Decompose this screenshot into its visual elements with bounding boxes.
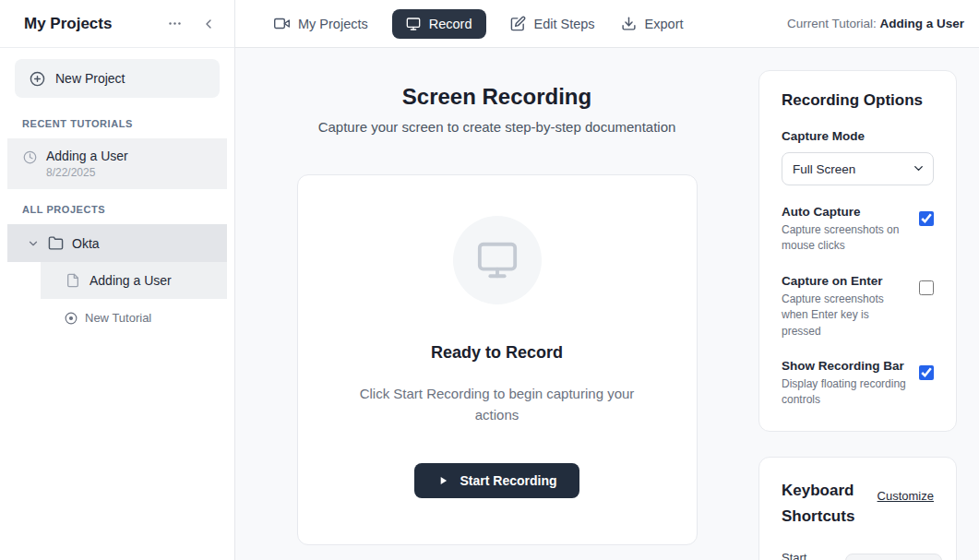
circle-dot-icon (65, 312, 78, 325)
project-folder-okta[interactable]: Okta (7, 224, 227, 262)
new-project-button[interactable]: New Project (15, 59, 220, 98)
capture-on-enter-label: Capture on Enter (782, 274, 909, 288)
keyboard-shortcuts-header: Keyboard Shortcuts Customize (782, 478, 934, 530)
recent-tutorial-item[interactable]: Adding a User 8/22/2025 (7, 138, 227, 189)
tab-my-projects[interactable]: My Projects (272, 8, 370, 39)
recording-options-title: Recording Options (782, 91, 934, 110)
capture-mode-select-wrap: Full Screen (782, 152, 934, 185)
sidebar-header: My Projects (0, 0, 234, 48)
shortcut-keys-badge: Ctrl+Shift+U (845, 554, 941, 560)
capture-mode-label: Capture Mode (782, 129, 934, 143)
tab-export[interactable]: Export (619, 8, 686, 39)
customize-link[interactable]: Customize (878, 489, 934, 503)
workspace: Screen Recording Capture your screen to … (235, 48, 979, 560)
keyboard-shortcuts-card: Keyboard Shortcuts Customize Start Recor… (758, 457, 957, 560)
edit-pencil-icon (510, 16, 526, 31)
toggle-auto-capture: Auto Capture Capture screenshots on mous… (782, 205, 934, 255)
tab-record-label: Record (429, 17, 472, 31)
capture-on-enter-checkbox[interactable] (919, 280, 934, 295)
sidebar-header-actions (165, 14, 218, 33)
document-icon (66, 273, 80, 288)
clock-icon (23, 150, 37, 164)
video-camera-icon (274, 16, 290, 31)
tab-record[interactable]: Record (392, 9, 486, 39)
recording-options-card: Recording Options Capture Mode Full Scre… (758, 70, 957, 432)
current-tutorial-label: Current Tutorial: (787, 17, 877, 30)
recent-tutorial-label: Adding a User (46, 149, 128, 163)
more-options-button[interactable] (165, 14, 185, 33)
capture-mode-select[interactable]: Full Screen (782, 152, 934, 185)
recent-tutorials-header: RECENT TUTORIALS (22, 118, 212, 129)
main-panel: Screen Recording Capture your screen to … (257, 70, 736, 545)
all-projects-header: ALL PROJECTS (22, 204, 212, 215)
toggle-show-recording-bar-text: Show Recording Bar Display floating reco… (782, 359, 909, 409)
auto-capture-label: Auto Capture (782, 205, 909, 219)
new-tutorial-button[interactable]: New Tutorial (48, 305, 227, 330)
tab-edit-steps-label: Edit Steps (534, 17, 595, 31)
recent-tutorial-date: 8/22/2025 (46, 166, 128, 179)
tab-export-label: Export (645, 17, 684, 31)
capture-on-enter-description: Capture screenshots when Enter key is pr… (782, 292, 909, 340)
auto-capture-checkbox[interactable] (919, 211, 934, 226)
page-subtitle: Capture your screen to create step-by-st… (257, 119, 736, 135)
auto-capture-description: Capture screenshots on mouse clicks (782, 222, 909, 255)
app-window: My Projects New Project RECENT (0, 0, 979, 560)
show-recording-bar-label: Show Recording Bar (782, 359, 909, 373)
current-tutorial-value: Adding a User (879, 17, 964, 30)
tab-my-projects-label: My Projects (298, 17, 368, 31)
toggle-show-recording-bar: Show Recording Bar Display floating reco… (782, 359, 934, 409)
new-tutorial-label: New Tutorial (85, 311, 151, 325)
ellipsis-icon (167, 16, 183, 31)
show-recording-bar-description: Display floating recording controls (782, 376, 909, 409)
project-folder-label: Okta (72, 236, 100, 251)
top-navigation: My Projects Record Edit Steps Export (235, 0, 979, 48)
show-recording-bar-checkbox[interactable] (919, 365, 934, 380)
sidebar: My Projects New Project RECENT (0, 0, 235, 560)
project-tutorial-item[interactable]: Adding a User (41, 262, 227, 299)
download-icon (621, 16, 637, 31)
plus-circle-icon (30, 71, 45, 87)
collapse-sidebar-button[interactable] (199, 15, 218, 33)
project-tutorial-label: Adding a User (90, 273, 172, 288)
new-project-label: New Project (55, 71, 125, 86)
sidebar-title: My Projects (24, 15, 112, 33)
record-card: Ready to Record Click Start Recording to… (297, 174, 698, 545)
play-icon (436, 474, 449, 487)
start-recording-label: Start Recording (460, 473, 556, 488)
shortcut-action-label: Start Recording (782, 550, 836, 560)
ready-description: Click Start Recording to begin capturing… (345, 383, 650, 426)
current-tutorial-status: Current Tutorial: Adding a User (787, 17, 964, 30)
chevron-down-icon[interactable] (27, 237, 40, 250)
folder-icon (48, 235, 64, 251)
tab-edit-steps[interactable]: Edit Steps (508, 8, 597, 39)
monitor-circle (453, 216, 542, 304)
recent-tutorial-text: Adding a User 8/22/2025 (46, 149, 128, 179)
shortcut-row-start-recording: Start Recording Ctrl+Shift+U (782, 550, 934, 560)
keyboard-shortcuts-title: Keyboard Shortcuts (782, 478, 865, 530)
start-recording-button[interactable]: Start Recording (414, 463, 579, 498)
page-title: Screen Recording (257, 84, 736, 110)
monitor-icon (476, 239, 519, 281)
chevron-left-icon (201, 17, 216, 31)
right-panel: Recording Options Capture Mode Full Scre… (758, 70, 957, 560)
toggle-auto-capture-text: Auto Capture Capture screenshots on mous… (782, 205, 909, 255)
ready-heading: Ready to Record (335, 343, 660, 363)
content-area: My Projects Record Edit Steps Export (235, 0, 979, 560)
toggle-capture-on-enter: Capture on Enter Capture screenshots whe… (782, 274, 934, 340)
toggle-capture-on-enter-text: Capture on Enter Capture screenshots whe… (782, 274, 909, 340)
monitor-icon (406, 17, 421, 31)
